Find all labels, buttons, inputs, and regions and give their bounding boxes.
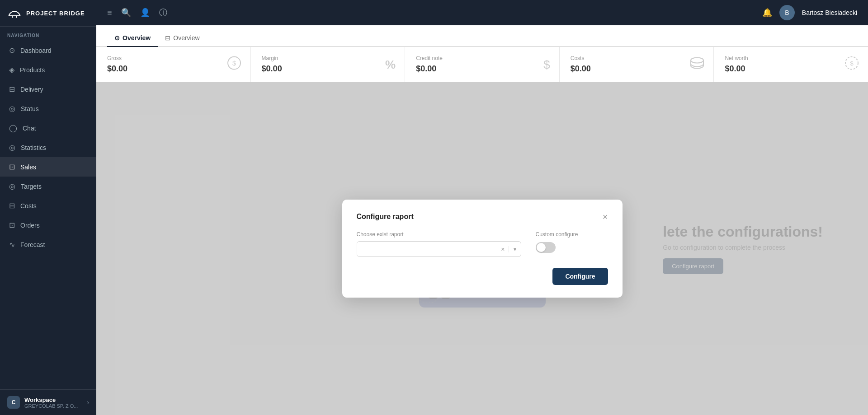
modal-header: Configure raport × <box>357 212 608 221</box>
modal-title: Configure raport <box>357 213 414 221</box>
workspace-sub: GREYCOLAB SP. Z O... <box>24 403 82 409</box>
status-icon: ◎ <box>9 104 15 113</box>
credit-icon: $ <box>543 57 550 71</box>
workspace-info: Workspace GREYCOLAB SP. Z O... <box>24 396 82 409</box>
sidebar-item-label: Products <box>20 66 45 74</box>
overview2-icon: ⊟ <box>165 34 170 42</box>
sidebar-item-label: Costs <box>20 202 37 210</box>
sidebar: PROJECT BRIDGE NAVIGATION ⊙ Dashboard ◈ … <box>0 0 96 415</box>
sidebar-item-label: Forecast <box>20 241 45 248</box>
tab-overview2[interactable]: ⊟ Overview <box>158 29 207 47</box>
margin-value: $0.00 <box>262 64 394 74</box>
networth-value: $0.00 <box>725 64 857 74</box>
costs-value: $0.00 <box>571 64 703 74</box>
sidebar-item-chat[interactable]: ◯ Chat <box>0 118 96 138</box>
modal-close-button[interactable]: × <box>603 212 608 221</box>
sidebar-item-label: Dashboard <box>20 47 52 54</box>
orders-icon: ⊡ <box>9 221 15 229</box>
sidebar-item-label: Chat <box>23 125 36 132</box>
select-container: × ▾ <box>357 241 521 257</box>
targets-icon: ◎ <box>9 182 15 191</box>
select-dropdown-icon[interactable]: ▾ <box>509 246 521 252</box>
tabs-bar: ⊙ Overview ⊟ Overview <box>96 25 868 47</box>
sidebar-item-delivery[interactable]: ⊟ Delivery <box>0 79 96 99</box>
workspace-name: Workspace <box>24 396 82 403</box>
main-content: ≡ 🔍 👤 ⓘ 🔔 B Bartosz Biesiadecki ⊙ Overvi… <box>96 0 868 415</box>
overview1-icon: ⊙ <box>114 34 120 42</box>
info-icon[interactable]: ⓘ <box>159 7 167 18</box>
svg-point-5 <box>691 57 703 63</box>
credit-label: Credit note <box>416 55 548 61</box>
modal-right: Custom configure <box>536 231 608 253</box>
person-icon[interactable]: 👤 <box>140 8 150 18</box>
chevron-right-icon: › <box>87 399 89 406</box>
gross-icon: $ <box>227 56 241 73</box>
modal-overlay: Configure raport × Choose exist raport ×… <box>96 82 868 415</box>
logo-area: PROJECT BRIDGE <box>0 0 96 27</box>
costs-icon <box>690 56 704 72</box>
header-left: ≡ 🔍 👤 ⓘ <box>107 7 167 18</box>
sidebar-item-sales[interactable]: ⊡ Sales <box>0 157 96 177</box>
sidebar-item-label: Targets <box>21 183 42 190</box>
tab-label: Overview <box>173 34 199 42</box>
menu-icon[interactable]: ≡ <box>107 8 112 18</box>
modal-left: Choose exist raport × ▾ <box>357 231 521 257</box>
workspace-avatar: C <box>7 396 20 409</box>
raport-select-input[interactable] <box>357 242 498 256</box>
modal-body: Choose exist raport × ▾ Custom configure <box>357 231 608 257</box>
sidebar-item-status[interactable]: ◎ Status <box>0 99 96 118</box>
statistics-icon: ◎ <box>9 143 15 152</box>
chat-icon: ◯ <box>9 124 17 132</box>
sidebar-item-label: Statistics <box>21 144 46 151</box>
sidebar-item-targets[interactable]: ◎ Targets <box>0 177 96 196</box>
tab-label: Overview <box>123 34 151 42</box>
stats-row: Gross $0.00 $ Margin $0.00 % Credit note… <box>96 47 868 82</box>
costs-label: Costs <box>571 55 703 61</box>
nav-label: NAVIGATION <box>0 27 96 41</box>
gross-value: $0.00 <box>107 64 240 74</box>
header-right: 🔔 B Bartosz Biesiadecki <box>762 5 857 20</box>
sidebar-item-costs[interactable]: ⊟ Costs <box>0 196 96 215</box>
credit-value: $0.00 <box>416 64 548 74</box>
sales-icon: ⊡ <box>9 163 15 171</box>
user-avatar: B <box>779 5 795 20</box>
networth-icon: $ <box>844 56 859 73</box>
logo-icon <box>7 8 22 18</box>
top-header: ≡ 🔍 👤 ⓘ 🔔 B Bartosz Biesiadecki <box>96 0 868 25</box>
custom-configure-toggle[interactable] <box>536 242 556 253</box>
delivery-icon: ⊟ <box>9 85 15 93</box>
workspace-area[interactable]: C Workspace GREYCOLAB SP. Z O... › <box>0 389 96 415</box>
sidebar-item-forecast[interactable]: ∿ Forecast <box>0 235 96 254</box>
sidebar-item-label: Status <box>21 105 39 112</box>
stat-credit-note: Credit note $0.00 $ <box>405 47 560 82</box>
app-title: PROJECT BRIDGE <box>26 10 85 17</box>
svg-text:$: $ <box>232 59 236 66</box>
select-clear-icon[interactable]: × <box>497 246 508 253</box>
tab-overview1[interactable]: ⊙ Overview <box>107 29 158 47</box>
custom-configure-label: Custom configure <box>536 231 608 238</box>
costs-icon: ⊟ <box>9 201 15 210</box>
forecast-icon: ∿ <box>9 240 15 249</box>
sidebar-item-dashboard[interactable]: ⊙ Dashboard <box>0 41 96 60</box>
choose-raport-label: Choose exist raport <box>357 231 521 238</box>
sidebar-item-statistics[interactable]: ◎ Statistics <box>0 138 96 157</box>
modal-footer: Configure <box>357 268 608 285</box>
configure-modal: Configure raport × Choose exist raport ×… <box>342 200 623 298</box>
content-area: X ? lete the configurations! Go t <box>96 82 868 415</box>
sidebar-item-orders[interactable]: ⊡ Orders <box>0 215 96 235</box>
networth-label: Net worth <box>725 55 857 61</box>
sidebar-item-label: Sales <box>20 163 36 171</box>
stat-margin: Margin $0.00 % <box>251 47 406 82</box>
configure-button[interactable]: Configure <box>552 268 608 285</box>
dashboard-icon: ⊙ <box>9 46 15 55</box>
sidebar-item-label: Orders <box>20 222 40 229</box>
search-icon[interactable]: 🔍 <box>121 8 131 18</box>
sidebar-item-products[interactable]: ◈ Products <box>0 60 96 79</box>
notification-icon[interactable]: 🔔 <box>762 8 772 18</box>
stat-net-worth: Net worth $0.00 $ <box>714 47 868 82</box>
toggle-track <box>536 242 556 253</box>
margin-icon: % <box>385 57 396 71</box>
margin-label: Margin <box>262 55 394 61</box>
user-name: Bartosz Biesiadecki <box>802 9 857 16</box>
toggle-thumb <box>537 243 546 252</box>
